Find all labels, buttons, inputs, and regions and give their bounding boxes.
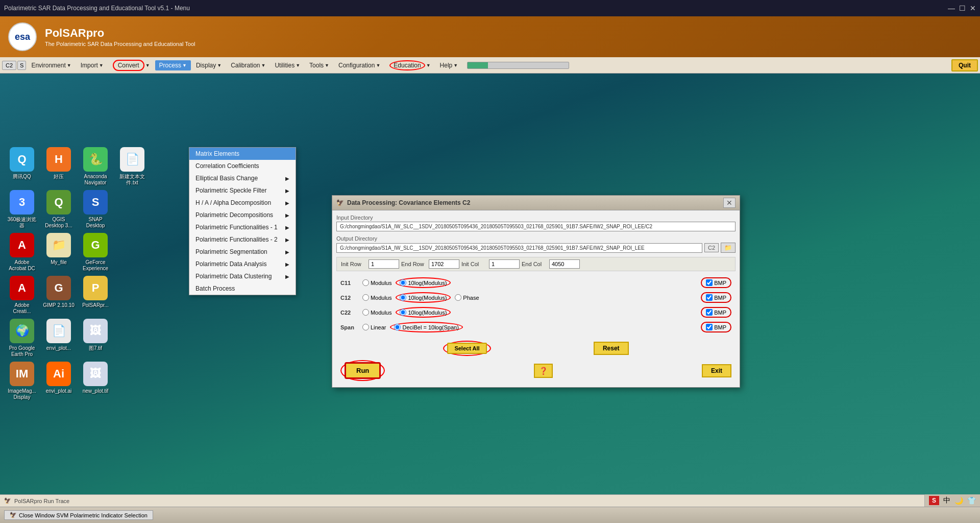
menu-import[interactable]: Import ▼: [77, 60, 108, 70]
desktop-icon-qq[interactable]: Q 腾讯QQ: [4, 145, 40, 182]
dropdown-pol-func2[interactable]: Polarimetric Functionalities - 2 ▶: [189, 233, 296, 246]
c11-10log-radio[interactable]: [400, 279, 406, 286]
minimize-button[interactable]: —: [948, 4, 955, 12]
desktop-icon-newtxt[interactable]: 📄 新建文本文件.txt: [114, 145, 150, 188]
desktop-icon-gimp[interactable]: G GIMP 2.10.10: [41, 274, 77, 311]
help-icon-button[interactable]: ❓: [534, 364, 553, 378]
c12-phase-radio[interactable]: [455, 294, 461, 301]
dropdown-elliptical-basis[interactable]: Elliptical Basis Change ▶: [189, 172, 296, 184]
end-row-input[interactable]: [429, 259, 459, 269]
c22-modulus-radio[interactable]: [362, 309, 369, 316]
desktop-icon-tu7tif[interactable]: 🖼 图7.tif: [78, 317, 113, 353]
c12-bmp-label: BMP: [714, 295, 726, 301]
polsar-run-icon: 🦅: [4, 497, 11, 504]
menu-tools-arrow: ▼: [325, 63, 329, 68]
c22-bmp-checkbox[interactable]: [706, 309, 713, 316]
desktop-icon-polsarpro[interactable]: P PolSARpr...: [78, 274, 113, 311]
span-decibel-radio[interactable]: [394, 324, 401, 330]
desktop-icon-google-earth[interactable]: 🌍 Pro Google Earth Pro: [4, 317, 40, 360]
end-col-input[interactable]: [549, 259, 580, 269]
c11-10log-label[interactable]: 10log(Modulus): [400, 279, 447, 286]
c11-modulus-radio[interactable]: [362, 279, 369, 286]
dropdown-ha-alpha[interactable]: H / A / Alpha Decomposition ▶: [189, 197, 296, 209]
menu-help[interactable]: Help ▼: [436, 60, 462, 70]
c22-modulus-label[interactable]: Modulus: [362, 309, 392, 316]
dropdown-batch-process[interactable]: Batch Process: [189, 282, 296, 295]
dropdown-speckle-filter[interactable]: Polarimetric Speckle Filter ▶: [189, 184, 296, 197]
menu-calibration-label: Calibration: [231, 62, 260, 69]
dropdown-pol-func1[interactable]: Polarimetric Functionalities - 1 ▶: [189, 221, 296, 233]
desktop-icon-snap[interactable]: S SNAP Desktop: [78, 188, 113, 231]
menu-process[interactable]: Process ▼: [155, 60, 191, 70]
taskbar-statusbar-item[interactable]: 🦅 Close Window SVM Polarimetric Indicato…: [4, 510, 153, 520]
dropdown-pol-analysis[interactable]: Polarimetric Data Analysis ▶: [189, 258, 296, 270]
menu-utilities[interactable]: Utilities ▼: [271, 60, 304, 70]
desktop-icon-geforce[interactable]: G GeForce Experience: [78, 231, 113, 274]
span-decibel-label[interactable]: DeciBel = 10log(Span): [394, 324, 458, 330]
dropdown-pol-cluster[interactable]: Polarimetric Data Clustering ▶: [189, 270, 296, 282]
menu-convert[interactable]: Convert ▼: [109, 58, 154, 73]
c11-bmp-label: BMP: [714, 280, 726, 286]
run-button[interactable]: Run: [345, 362, 381, 379]
c22-bmp-box: BMP: [701, 307, 731, 318]
menu-environment[interactable]: Environment ▼: [27, 60, 75, 70]
tray-moon[interactable]: 🌙: [954, 496, 963, 505]
quit-button[interactable]: Quit: [951, 59, 978, 72]
tray-s[interactable]: S: [929, 496, 939, 505]
desktop-icon-anaconda[interactable]: 🐍 Anaconda Navigator: [78, 145, 113, 188]
dialog-close-button[interactable]: ✕: [723, 198, 736, 208]
menu-configuration[interactable]: Configuration ▼: [334, 60, 384, 70]
dropdown-matrix-elements[interactable]: Matrix Elements: [189, 148, 296, 160]
c12-10log-label[interactable]: 10log(Modulus): [400, 294, 447, 301]
input-dir-field[interactable]: [336, 222, 736, 231]
desktop-icon-envi-plot[interactable]: 📄 envi_plot...: [41, 317, 77, 353]
desktop-icon-adobe-acrobat[interactable]: A Adobe Acrobat DC: [4, 231, 40, 274]
menu-calibration[interactable]: Calibration ▼: [227, 60, 270, 70]
output-dir-field[interactable]: [336, 243, 702, 253]
c2-badge[interactable]: C2: [2, 61, 16, 70]
dropdown-pol-seg[interactable]: Polarimetric Segmentation ▶: [189, 246, 296, 258]
desktop-icon-360browser[interactable]: 3 360极速浏览器: [4, 188, 40, 231]
c22-10log-radio[interactable]: [400, 309, 406, 316]
init-col-input[interactable]: [489, 259, 520, 269]
c22-10log-label[interactable]: 10log(Modulus): [400, 309, 447, 316]
desktop-icon-adobe-creative[interactable]: A Adobe Creati...: [4, 274, 40, 317]
menu-tools[interactable]: Tools ▼: [305, 60, 333, 70]
desktop-icon-envi-plot-ai[interactable]: Ai envi_plot.ai: [41, 360, 77, 396]
maximize-button[interactable]: ☐: [959, 4, 966, 12]
desktop-icon-haozip[interactable]: H 好压: [41, 145, 77, 182]
desktop-icon-imagemagick[interactable]: IM ImageMag... Display: [4, 360, 40, 402]
c12-10log-radio[interactable]: [400, 294, 406, 301]
c12-bmp-checkbox[interactable]: [706, 294, 713, 301]
desktop-icon-new-plot-tif[interactable]: 🖼 new_plot.tif: [78, 360, 113, 396]
dropdown-correlation-coefficients[interactable]: Correlation Coefficients: [189, 160, 296, 172]
c12-modulus-radio[interactable]: [362, 294, 369, 301]
c11-bmp-checkbox[interactable]: [706, 279, 713, 286]
icon-symbol-newtxt: 📄: [126, 153, 139, 166]
menu-education[interactable]: Education ▼: [385, 59, 434, 72]
dropdown-pol-func2-label: Polarimetric Functionalities - 2: [195, 236, 278, 243]
init-row-input[interactable]: [369, 259, 399, 269]
tray-zh[interactable]: 中: [943, 496, 950, 505]
span-linear-radio[interactable]: [362, 324, 369, 330]
c11-modulus-label[interactable]: Modulus: [362, 279, 392, 286]
brand-name: PolSARpro: [45, 27, 195, 40]
icon-symbol-tu7tif: 🖼: [90, 324, 101, 338]
reset-button[interactable]: Reset: [594, 342, 629, 355]
output-browse-button[interactable]: 📁: [721, 243, 736, 253]
exit-button[interactable]: Exit: [702, 364, 731, 377]
close-button[interactable]: ✕: [970, 4, 976, 12]
c12-modulus-label[interactable]: Modulus: [362, 294, 392, 301]
select-all-button[interactable]: Select All: [447, 343, 486, 354]
desktop-icon-qgis[interactable]: Q QGIS Desktop 3...: [41, 188, 77, 231]
span-linear-label[interactable]: Linear: [362, 324, 386, 330]
dropdown-pol-decomp[interactable]: Polarimetric Decompositions ▶: [189, 209, 296, 221]
tray-shirt[interactable]: 👕: [967, 496, 976, 505]
table-row: C12 Modulus 10log(Modulus) Phase: [336, 290, 736, 305]
span-bmp-checkbox[interactable]: [706, 324, 713, 330]
c12-options: Modulus 10log(Modulus) Phase: [358, 290, 646, 305]
menu-display[interactable]: Display ▼: [192, 60, 226, 70]
c12-phase-label[interactable]: Phase: [455, 294, 479, 301]
s-badge[interactable]: S: [17, 61, 26, 70]
desktop-icon-myfile[interactable]: 📁 My_file: [41, 231, 77, 268]
